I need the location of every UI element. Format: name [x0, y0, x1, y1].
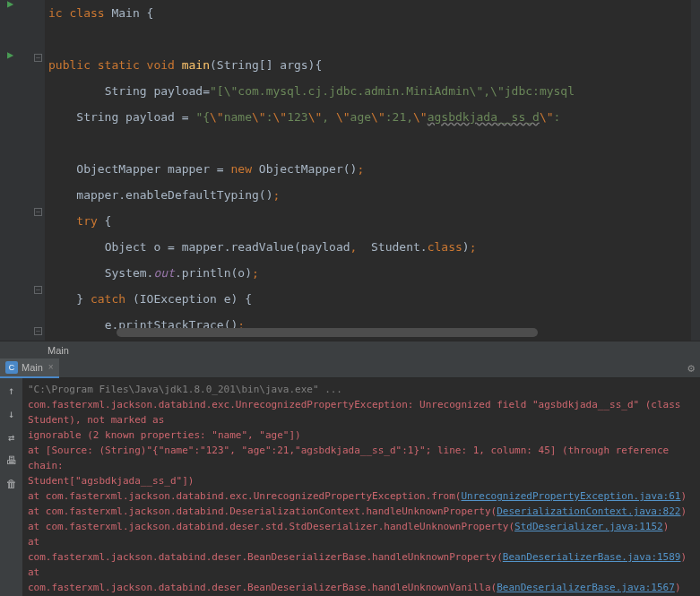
- keyword-catch: catch: [91, 292, 125, 306]
- java-class-icon: C: [5, 361, 18, 374]
- run-panel-title: Main: [0, 341, 700, 358]
- console-toolbar: ↑ ↓ ⇄ 🖶 🗑: [0, 378, 22, 596]
- code-editor[interactable]: ▶ ▶ − − − − ic class Main { public stati…: [0, 0, 700, 341]
- stack-frame: at com.fasterxml.jackson.databind.deser.…: [28, 566, 497, 593]
- var-decl: String payload=: [105, 84, 210, 98]
- class-name: Main: [111, 6, 146, 20]
- stack-frame: at com.fasterxml.jackson.databind.exc.Un…: [28, 490, 461, 502]
- tab-main[interactable]: C Main ×: [0, 358, 59, 378]
- fold-icon[interactable]: −: [34, 54, 42, 62]
- keyword-new: new: [231, 162, 252, 176]
- var-decl: String payload =: [76, 110, 195, 124]
- code-content[interactable]: ic class Main { public static void main(…: [45, 0, 691, 341]
- print-icon[interactable]: 🖶: [4, 453, 19, 468]
- soft-wrap-icon[interactable]: ⇄: [4, 430, 19, 445]
- scroll-down-icon[interactable]: ↓: [4, 407, 19, 421]
- run-method-icon[interactable]: ▶: [7, 48, 13, 61]
- scroll-up-icon[interactable]: ↑: [4, 384, 19, 398]
- stack-frame: at com.fasterxml.jackson.databind.deser.…: [28, 521, 514, 532]
- exception-header: com.fasterxml.jackson.databind.exc.Unrec…: [28, 397, 695, 428]
- console-output[interactable]: "C:\Program Files\Java\jdk1.8.0_201\bin\…: [22, 378, 700, 596]
- run-tabs-bar: C Main × ⚙: [0, 358, 700, 378]
- fold-icon[interactable]: −: [34, 286, 42, 294]
- stack-frame: at com.fasterxml.jackson.databind.Deseri…: [28, 505, 497, 517]
- keyword-class: class: [69, 6, 104, 20]
- source-link[interactable]: BeanDeserializerBase.java:1567: [497, 582, 675, 593]
- vertical-scrollbar[interactable]: [691, 0, 700, 341]
- keyword-class-ref: class: [428, 240, 462, 254]
- keyword-try: try: [76, 214, 97, 228]
- modifiers: public static void: [48, 58, 175, 72]
- horizontal-scrollbar[interactable]: [117, 328, 538, 337]
- editor-gutter: ▶ ▶ − − − −: [0, 0, 45, 341]
- source-link[interactable]: DeserializationContext.java:822: [497, 505, 680, 517]
- fold-icon[interactable]: −: [34, 327, 42, 335]
- string-literal: "[\"com.mysql.cj.jdbc.admin.MiniAdmin\",…: [210, 84, 575, 98]
- code-token: ic: [48, 6, 69, 20]
- run-class-icon[interactable]: ▶: [7, 0, 13, 10]
- clear-icon[interactable]: 🗑: [4, 477, 19, 491]
- command-line: "C:\Program Files\Java\jdk1.8.0_201\bin\…: [28, 382, 695, 397]
- method-name: main: [182, 58, 210, 72]
- source-link[interactable]: StdDeserializer.java:1152: [514, 521, 663, 532]
- gear-icon[interactable]: ⚙: [687, 361, 695, 375]
- fold-icon[interactable]: −: [34, 208, 42, 216]
- console: ↑ ↓ ⇄ 🖶 🗑 "C:\Program Files\Java\jdk1.8.…: [0, 378, 700, 596]
- source-link[interactable]: BeanDeserializerBase.java:1589: [503, 551, 681, 563]
- close-icon[interactable]: ×: [48, 362, 54, 372]
- typo-text: agsbdkjada__ss_d: [428, 110, 540, 124]
- field-out: out: [153, 266, 174, 280]
- tab-label: Main: [22, 362, 43, 373]
- source-link[interactable]: UnrecognizedPropertyException.java:61: [461, 490, 680, 502]
- stack-frame: at com.fasterxml.jackson.databind.deser.…: [28, 536, 503, 563]
